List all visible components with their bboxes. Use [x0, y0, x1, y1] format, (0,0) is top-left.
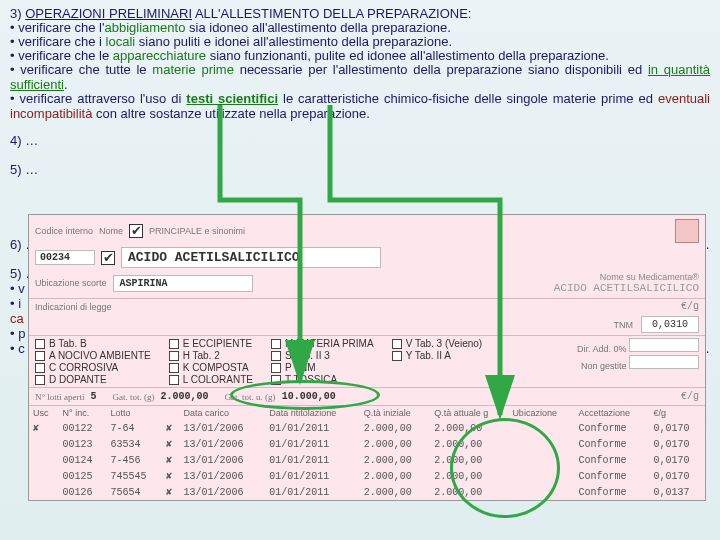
- flags-row: B Tab. BA NOCIVO AMBIENTEC CORROSIVAD DO…: [29, 335, 705, 387]
- checkbox-icon[interactable]: [271, 351, 281, 361]
- lbl-medicamenta: Nome su Medicamenta®: [554, 272, 699, 282]
- flag-item[interactable]: L COLORANTE: [169, 374, 253, 385]
- section-5a: 5) …: [10, 162, 710, 177]
- checkbox-icon[interactable]: [35, 339, 45, 349]
- checkbox-icon[interactable]: [271, 363, 281, 373]
- flag-item[interactable]: M MATERIA PRIMA: [271, 338, 374, 349]
- b3b: siano funzionanti, pulite ed idonee all'…: [206, 48, 609, 63]
- lbl-dir: Dir. Add. 0%: [577, 344, 627, 354]
- lbl-aperti: N° lotti aperti: [35, 392, 85, 402]
- b2g: locali: [106, 34, 136, 49]
- cell-acc: Conforme: [575, 452, 650, 468]
- cell-qa: 2.000,00: [430, 436, 508, 452]
- software-panel: Codice interno Nome PRINCIPALE e sinonim…: [28, 214, 706, 501]
- cell-qi: 2.000,00: [360, 420, 431, 436]
- checkbox-icon[interactable]: [169, 363, 179, 373]
- flag-item[interactable]: V Tab. 3 (Veieno): [392, 338, 483, 349]
- lots-summary: N° lotti aperti 5 Gat. tot. (g) 2.000,00…: [29, 387, 705, 405]
- cell-caric: 13/01/2006: [180, 468, 266, 484]
- col-header: €/g: [650, 406, 706, 421]
- checkbox-icon[interactable]: [169, 351, 179, 361]
- checkbox-icon[interactable]: [169, 339, 179, 349]
- lbl-price: €/g: [681, 301, 699, 312]
- cell-ninc: 00124: [59, 452, 107, 468]
- col-header: Ubicazione: [508, 406, 574, 421]
- b5a: • verificare attraverso l'uso di: [10, 91, 186, 106]
- checkbox-icon[interactable]: [35, 363, 45, 373]
- cell-qi: 2.000,00: [360, 436, 431, 452]
- lbl-codice: Codice interno: [35, 226, 93, 236]
- flag-label: Y Tab. II A: [406, 350, 451, 361]
- flag-item[interactable]: T TOSSICA: [271, 374, 374, 385]
- val-gtot: 2.000,00: [161, 391, 209, 402]
- flag-item[interactable]: K COMPOSTA: [169, 362, 253, 373]
- sec3-title: OPERAZIONI PRELIMINARI: [25, 6, 192, 21]
- checkbox-principale[interactable]: [129, 224, 143, 238]
- checkbox-icon[interactable]: [35, 351, 45, 361]
- flag-label: E ECCIPIENTE: [183, 338, 252, 349]
- cell-lotto: 63534: [106, 436, 161, 452]
- flag-item[interactable]: A NOCIVO AMBIENTE: [35, 350, 151, 361]
- cell-rit: 01/01/2011: [265, 468, 360, 484]
- b5c: con altre sostanze utilizzate nella prep…: [92, 106, 370, 121]
- checkbox-icon[interactable]: [271, 339, 281, 349]
- flag-item[interactable]: B Tab. B: [35, 338, 151, 349]
- lbl-nome: Nome: [99, 226, 123, 236]
- cell-lotto: 7-64: [106, 420, 161, 436]
- cell-lotto: 745545: [106, 468, 161, 484]
- cell-ubi: [508, 436, 574, 452]
- flag-item[interactable]: H Tab. 2: [169, 350, 253, 361]
- checkbox-icon[interactable]: [392, 351, 402, 361]
- lbl-ubicaz: Ubicazione scorte: [35, 278, 107, 288]
- flag-item[interactable]: Y Tab. II A: [392, 350, 483, 361]
- cell-acc: Conforme: [575, 484, 650, 500]
- cell-ubi: [508, 468, 574, 484]
- checkbox-icon[interactable]: [392, 339, 402, 349]
- section-3: 3) OPERAZIONI PRELIMINARI ALL'ALLESTIMEN…: [10, 6, 710, 121]
- input-synonym[interactable]: ASPIRINA: [113, 275, 253, 292]
- flag-item[interactable]: C CORROSIVA: [35, 362, 151, 373]
- flag-label: P TNM: [285, 362, 316, 373]
- table-row[interactable]: 0012675654✘13/01/200601/01/20112.000,002…: [29, 484, 705, 500]
- cell-eg: 0,0170: [650, 420, 706, 436]
- box-nongest[interactable]: [629, 355, 699, 369]
- cell-caric: 13/01/2006: [180, 420, 266, 436]
- s5bc: • c: [10, 341, 25, 356]
- table-row[interactable]: 00125745545✘13/01/200601/01/20112.000,00…: [29, 468, 705, 484]
- cell-x: ✘: [162, 420, 180, 436]
- cell-ninc: 00122: [59, 420, 107, 436]
- flag-label: V Tab. 3 (Veieno): [406, 338, 483, 349]
- flag-item[interactable]: D DOPANTE: [35, 374, 151, 385]
- flag-label: C CORROSIVA: [49, 362, 118, 373]
- cell-x: ✘: [162, 484, 180, 500]
- checkbox-icon[interactable]: [35, 375, 45, 385]
- b5b: le caratteristiche chimico-fisiche delle…: [278, 91, 658, 106]
- lots-table: UscN° inc.LottoData caricoData rititolaz…: [29, 405, 705, 500]
- table-row[interactable]: 001247-456✘13/01/200601/01/20112.000,002…: [29, 452, 705, 468]
- cell-ninc: 00125: [59, 468, 107, 484]
- val-gtotu: 10.000,00: [282, 391, 336, 402]
- flag-label: T TOSSICA: [285, 374, 337, 385]
- cell-x: ✘: [162, 452, 180, 468]
- val-aperti: 5: [91, 391, 97, 402]
- cell-rit: 01/01/2011: [265, 436, 360, 452]
- flag-item[interactable]: E ECCIPIENTE: [169, 338, 253, 349]
- checkbox-icon[interactable]: [169, 375, 179, 385]
- flag-item[interactable]: S Tab. II 3: [271, 350, 374, 361]
- flag-item[interactable]: P TNM: [271, 362, 374, 373]
- checkbox-code[interactable]: [101, 251, 115, 265]
- lbl-princ: PRINCIPALE e sinonimi: [149, 226, 245, 236]
- box-dir[interactable]: [629, 338, 699, 352]
- col-header: [162, 406, 180, 421]
- cell-qa: 2.000,00: [430, 484, 508, 500]
- b3g: apparecchiature: [113, 48, 206, 63]
- table-row[interactable]: 0012363534✘13/01/200601/01/20112.000,002…: [29, 436, 705, 452]
- lbl-indicaz: Indicazioni di legge: [35, 302, 112, 312]
- checkbox-icon[interactable]: [271, 375, 281, 385]
- input-nome[interactable]: ACIDO ACETILSALICILICO: [121, 247, 381, 268]
- cell-usc: [29, 484, 59, 500]
- table-row[interactable]: ✘001227-64✘13/01/200601/01/20112.000,002…: [29, 420, 705, 436]
- cell-rit: 01/01/2011: [265, 484, 360, 500]
- cell-eg: 0,0170: [650, 468, 706, 484]
- input-codice[interactable]: 00234: [35, 250, 95, 265]
